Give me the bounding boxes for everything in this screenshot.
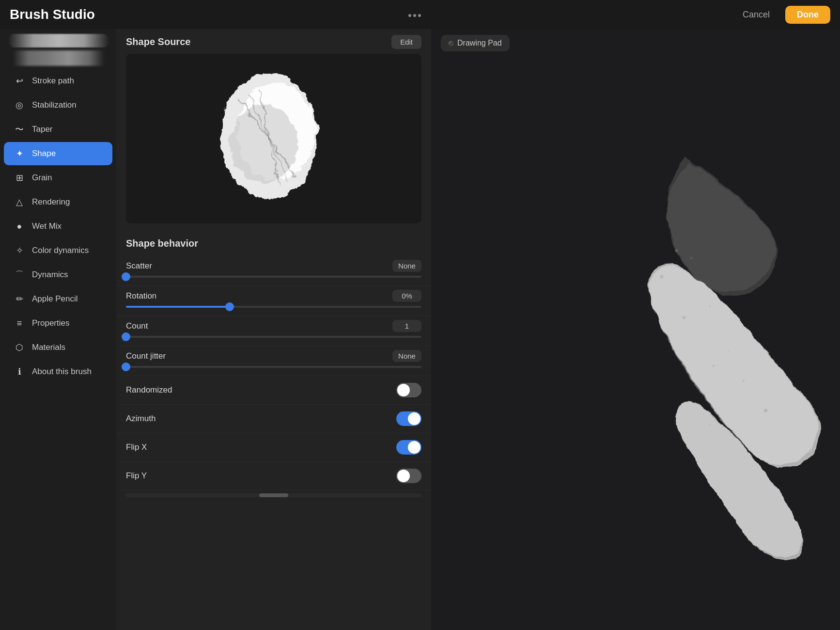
scatter-control: Scatter None	[116, 256, 431, 286]
count-jitter-slider[interactable]	[126, 366, 421, 368]
randomized-toggle[interactable]	[396, 383, 421, 397]
brush-blob-svg	[201, 61, 346, 216]
brush-preview	[0, 29, 116, 69]
taper-icon: 〜	[14, 124, 25, 135]
flip-x-knob	[408, 441, 420, 454]
rotation-label: Rotation	[126, 291, 156, 301]
drawing-pad-header: ⎋ Drawing Pad	[431, 29, 840, 57]
scatter-slider[interactable]	[126, 276, 421, 278]
panel-header: Shape Source Edit	[116, 29, 431, 54]
main-content: ↩ Stroke path ◎ Stabilization 〜 Taper ✦ …	[0, 29, 840, 630]
brush-stroke-preview-1	[8, 34, 109, 47]
flip-y-row: Flip Y	[116, 462, 431, 490]
scatter-thumb[interactable]	[122, 272, 130, 281]
sidebar-label-apple-pencil: Apple Pencil	[32, 294, 78, 304]
sidebar-item-rendering[interactable]: △ Rendering	[4, 190, 112, 214]
edit-button[interactable]: Edit	[391, 35, 421, 49]
randomized-row: Randomized	[116, 376, 431, 405]
flip-x-label: Flip X	[126, 442, 147, 452]
sidebar-item-color-dynamics[interactable]: ✧ Color dynamics	[4, 239, 112, 262]
sidebar-label-about: About this brush	[32, 367, 92, 377]
scrollbar-thumb[interactable]	[259, 493, 288, 497]
rotation-value: 0%	[392, 290, 421, 302]
rotation-fill	[126, 306, 230, 308]
count-jitter-header: Count jitter None	[126, 350, 421, 362]
sidebar-label-materials: Materials	[32, 343, 65, 352]
sidebar-item-wet-mix[interactable]: ● Wet Mix	[4, 215, 112, 238]
drawing-pad-button[interactable]: ⎋ Drawing Pad	[441, 35, 510, 51]
count-label: Count	[126, 321, 148, 331]
materials-icon: ⬡	[14, 342, 25, 353]
sidebar-item-properties[interactable]: ≡ Properties	[4, 312, 112, 335]
drawing-pad: ⎋ Drawing Pad	[431, 29, 840, 630]
sidebar-item-shape[interactable]: ✦ Shape	[4, 142, 112, 165]
section-title: Shape behavior	[116, 233, 431, 256]
scatter-value: None	[392, 260, 421, 272]
dynamics-icon: ⌒	[14, 269, 25, 281]
flip-x-row: Flip X	[116, 433, 431, 462]
flip-x-toggle[interactable]	[396, 440, 421, 455]
done-button[interactable]: Done	[785, 6, 830, 24]
brush-strokes-svg	[431, 57, 840, 630]
svg-point-10	[683, 316, 685, 319]
count-jitter-value: None	[392, 350, 421, 362]
count-slider[interactable]	[126, 336, 421, 338]
sidebar-item-stroke-path[interactable]: ↩ Stroke path	[4, 69, 112, 93]
sidebar-label-properties: Properties	[32, 318, 69, 328]
rotation-header: Rotation 0%	[126, 290, 421, 302]
shape-icon: ✦	[14, 148, 25, 159]
sidebar-item-grain[interactable]: ⊞ Grain	[4, 166, 112, 189]
count-control: Count 1	[116, 316, 431, 346]
azimuth-row: Azimuth	[116, 405, 431, 433]
flip-y-toggle[interactable]	[396, 469, 421, 483]
sidebar-label-grain: Grain	[32, 173, 52, 183]
sidebar-label-stroke-path: Stroke path	[32, 76, 74, 86]
count-jitter-control: Count jitter None	[116, 346, 431, 376]
drawing-pad-icon: ⎋	[449, 39, 453, 47]
count-value: 1	[392, 320, 421, 332]
sidebar-item-materials[interactable]: ⬡ Materials	[4, 336, 112, 359]
rotation-thumb[interactable]	[225, 302, 234, 311]
wet-mix-icon: ●	[14, 220, 25, 232]
svg-point-11	[728, 350, 730, 352]
sidebar-item-stabilization[interactable]: ◎ Stabilization	[4, 94, 112, 117]
top-bar-actions: Cancel Done	[735, 6, 830, 24]
sidebar-label-rendering: Rendering	[32, 197, 70, 207]
svg-point-9	[709, 305, 711, 308]
azimuth-knob	[408, 412, 420, 425]
color-dynamics-icon: ✧	[14, 245, 25, 256]
grain-icon: ⊞	[14, 172, 25, 184]
sidebar-label-color-dynamics: Color dynamics	[32, 246, 89, 255]
bottom-scrollbar[interactable]	[126, 493, 421, 497]
sidebar-item-apple-pencil[interactable]: ✏ Apple Pencil	[4, 287, 112, 311]
svg-point-7	[690, 257, 693, 259]
svg-point-12	[712, 364, 715, 367]
cancel-button[interactable]: Cancel	[735, 6, 778, 24]
azimuth-label: Azimuth	[126, 414, 156, 424]
azimuth-toggle[interactable]	[396, 411, 421, 426]
sidebar-label-stabilization: Stabilization	[32, 100, 77, 110]
properties-icon: ≡	[14, 317, 25, 329]
flip-y-knob	[397, 470, 410, 482]
sidebar-item-dynamics[interactable]: ⌒ Dynamics	[4, 263, 112, 286]
stroke-path-icon: ↩	[14, 75, 25, 87]
dots-menu[interactable]	[407, 10, 422, 19]
flip-y-label: Flip Y	[126, 471, 147, 481]
sidebar-item-about[interactable]: ℹ About this brush	[4, 360, 112, 383]
shape-source-preview	[126, 54, 421, 223]
rotation-slider[interactable]	[126, 306, 421, 308]
count-jitter-thumb[interactable]	[122, 362, 130, 371]
randomized-knob	[397, 384, 410, 396]
app-title: Brush Studio	[10, 7, 95, 22]
sidebar: ↩ Stroke path ◎ Stabilization 〜 Taper ✦ …	[0, 29, 116, 630]
count-thumb[interactable]	[122, 332, 130, 341]
sidebar-item-taper[interactable]: 〜 Taper	[4, 118, 112, 141]
sidebar-label-dynamics: Dynamics	[32, 270, 68, 280]
scatter-label: Scatter	[126, 261, 152, 271]
stabilization-icon: ◎	[14, 99, 25, 111]
svg-point-15	[709, 424, 711, 426]
svg-point-6	[675, 249, 678, 252]
apple-pencil-icon: ✏	[14, 293, 25, 305]
rendering-icon: △	[14, 196, 25, 208]
canvas-area[interactable]	[431, 57, 840, 630]
